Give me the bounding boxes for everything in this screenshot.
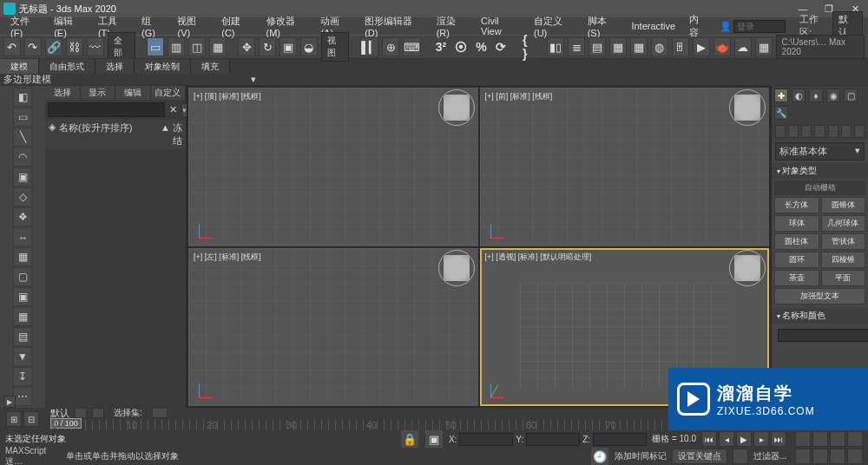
rotate-button[interactable]: ↻ [259,37,276,56]
primitive-torus[interactable]: 圆环 [774,252,819,268]
render-prod-button[interactable]: ▦ [755,37,773,56]
prev-key-button[interactable]: ⊞ [6,411,22,427]
render-frame-button[interactable]: ▶ [693,37,710,56]
ribbon-tab-objectpaint[interactable]: 对象绘制 [135,59,191,74]
signin-input[interactable] [733,20,786,33]
menu-file[interactable]: 文件(F) [5,13,45,40]
add-timetag-label[interactable]: 添加时间标记 [615,450,667,462]
snap-toggle-button[interactable]: 3² [433,40,449,54]
angle-snap-button[interactable]: ⦿ [452,40,470,54]
primitive-tube[interactable]: 管状体 [821,233,866,250]
cmdtab-hierarchy[interactable]: ♦ [809,88,823,102]
menu-edit[interactable]: 编辑(E) [49,13,89,40]
menu-interactive[interactable]: Interactive [626,19,681,33]
scene-tab-select[interactable]: 选择 [45,86,81,100]
scene-col-frozen[interactable]: ▲ 冻结 [153,121,182,147]
menu-content[interactable]: 内容 [684,11,713,41]
cmdtab-display[interactable]: ▢ [844,88,858,102]
primitive-textplus[interactable]: 加强型文本 [774,288,865,305]
cmdtab-motion[interactable]: ◉ [826,88,840,102]
scene-tab-edit[interactable]: 编辑 [115,86,151,100]
maxscript-listener[interactable]: MAXScript 迷… [5,446,61,466]
zoom-extents-all-button[interactable] [847,431,863,447]
zoom-button[interactable] [795,431,811,447]
menu-view[interactable]: 视图(V) [172,13,213,40]
scene-search-input[interactable] [48,102,165,117]
select-name-button[interactable]: ▥ [168,37,185,56]
setkey-button[interactable]: 设置关键点 [672,449,727,464]
scenetool-helper[interactable]: ◇ [13,187,32,206]
select-object-button[interactable]: ▭ [147,37,164,56]
scenetool-container[interactable]: ▣ [13,287,32,306]
key-filters-button[interactable]: 过滤器... [753,450,786,462]
autogrid-checkbox[interactable]: 自动栅格 [774,180,865,195]
menu-civilview[interactable]: Civil View [476,14,525,38]
scene-search-clear[interactable]: ✕ [167,104,180,115]
primitive-teapot[interactable]: 茶壶 [774,270,819,286]
primitive-cylinder[interactable]: 圆柱体 [774,233,819,250]
select-region-button[interactable]: ◫ [188,37,206,56]
viewport-left-label[interactable]: [+] [左] [标准] [线框] [194,252,261,263]
cmdtab-modify[interactable]: ◐ [792,88,806,102]
viewcube-front[interactable] [734,95,760,121]
cmdtab-create[interactable]: ✚ [774,88,788,102]
primitive-box[interactable]: 长方体 [774,197,819,213]
menu-render[interactable]: 渲染(R) [431,13,472,40]
timeline-play-icon[interactable]: ▶ [3,396,16,408]
x-input[interactable] [459,433,513,446]
create-systems-icon[interactable] [854,125,865,138]
create-cameras-icon[interactable] [814,125,825,138]
window-crossing-button[interactable]: ▦ [209,37,227,56]
z-input[interactable] [593,433,647,446]
create-lights-icon[interactable] [801,125,812,138]
primitive-plane[interactable]: 平面 [821,270,866,286]
keyboard-shortcut-button[interactable]: ⌨ [403,37,421,56]
viewport-front-label[interactable]: [+] [前] [标准] [线框] [485,91,553,102]
viewport-top-label[interactable]: [+] [顶] [标准] [线框] [194,91,261,102]
scene-tab-custom[interactable]: 自定义 [151,86,187,100]
zoom-all-button[interactable] [812,431,828,447]
layer-button[interactable]: ▤ [589,37,606,56]
project-path[interactable]: C:\Users\… Max 2020 [776,35,865,59]
rollout-object-type[interactable]: 对象类型 [772,163,868,179]
viewport-top[interactable]: [+] [顶] [标准] [线框] [188,88,478,246]
viewcube-top[interactable] [444,95,470,121]
displaylayer-icon[interactable] [92,408,104,418]
scenetool-frozen[interactable]: ▦ [13,307,32,326]
primitive-sphere[interactable]: 球体 [774,215,819,232]
scale-button[interactable]: ▣ [279,37,297,56]
lock-selection-button[interactable]: 🔒 [400,429,419,449]
goto-end-button[interactable]: ⏭ [771,431,786,447]
goto-start-button[interactable]: ⏮ [701,431,717,447]
ribbon-tab-selection[interactable]: 选择 [95,59,135,74]
ribbon-tab-populate[interactable]: 填充 [191,59,230,74]
scene-col-icon[interactable]: ◈ [49,121,59,147]
scenetool-more[interactable]: ⋯ [13,387,32,406]
ribbon-collapse-icon[interactable]: ▾ [251,74,256,85]
ribbon-tab-modeling[interactable]: 建模 [0,59,39,74]
schematic-button[interactable]: ▦ [630,37,648,56]
viewport-persp-label[interactable]: [+] [透视] [标准] [默认明暗处理] [485,252,592,263]
rollout-name-color[interactable]: 名称和颜色 [772,308,868,324]
scenetool-light[interactable]: ◠ [13,147,32,167]
refcoord-dropdown[interactable]: 视图 [321,32,349,62]
redo-button[interactable]: ↷ [24,37,42,56]
menu-modifiers[interactable]: 修改器(M) [261,13,312,40]
scenetool-hidden[interactable]: ▤ [13,327,32,346]
viewport-front[interactable]: [+] [前] [标准] [线框] [480,88,770,246]
selection-filter[interactable]: 全部 [108,32,135,62]
material-editor-button[interactable]: ◍ [651,37,668,56]
scenetool-xref[interactable]: ▢ [13,267,32,286]
mirror-button[interactable]: ▮▯ [547,37,564,56]
create-geometry-icon[interactable] [775,125,786,138]
primitive-geosphere[interactable]: 几何球体 [821,215,866,232]
scenetool-sort[interactable]: ↧ [13,367,32,386]
named-selection-button[interactable]: { } [520,33,536,61]
viewcube-left[interactable] [444,255,470,281]
move-button[interactable]: ✥ [238,37,255,56]
link-button[interactable]: 🔗 [45,37,62,56]
primitive-category-dropdown[interactable]: 标准基本体▾ [775,142,865,160]
scenetool-bone[interactable]: ⟗ [13,227,32,246]
scenetool-filter[interactable]: ▼ [13,347,32,366]
create-helpers-icon[interactable] [828,125,838,138]
